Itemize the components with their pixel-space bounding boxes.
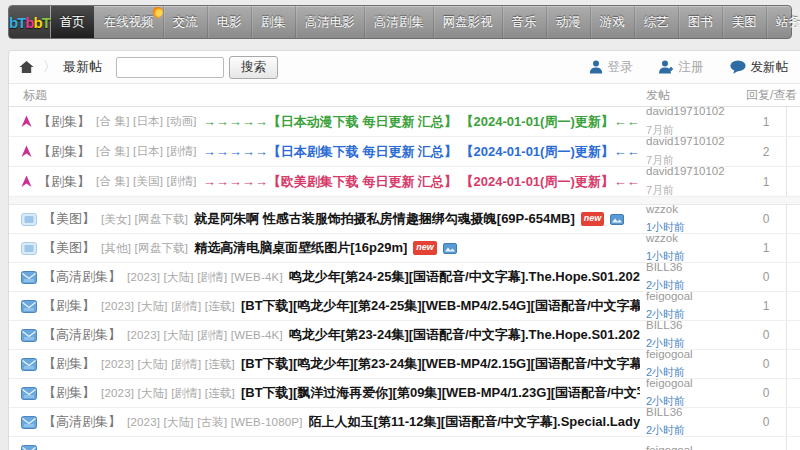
user-add-icon [659, 60, 674, 74]
nav-item[interactable]: 游戏 [591, 6, 635, 38]
topic-title-link[interactable]: 就是阿朱啊 性感古装服饰拍摄私房情趣捆绑勾魂摄魄[69P-654MB] [194, 210, 575, 228]
poster-link[interactable]: wzzok [646, 232, 746, 246]
topic-tags: [2023] [大陆] [古装] [WEB-1080P] [127, 415, 303, 430]
category-link[interactable]: 【美图】 [43, 239, 95, 257]
nav-item[interactable]: 交流 [164, 6, 208, 38]
category-link[interactable]: 【剧集】 [38, 143, 90, 161]
header-poster: 发帖 [646, 87, 746, 104]
poster-link[interactable]: BILL36 [646, 319, 746, 333]
sticky-pin-icon [21, 115, 32, 129]
topic-title-cell: 【高清剧集】 [2023] [大陆] [剧情] [WEB-4K] 鸣龙少年[第2… [9, 326, 646, 344]
search-button[interactable]: 搜索 [229, 56, 278, 79]
nav-item[interactable]: 电影 [208, 6, 252, 38]
poster-link[interactable]: feigogoal [646, 290, 746, 304]
topic-title-link[interactable]: →→→→→【日本动漫下载 每日更新 汇总】 【2024-01-01(周一)更新】… [203, 113, 640, 131]
new-post-envelope-icon [21, 329, 37, 342]
post-time[interactable]: 7月前 [646, 124, 674, 136]
views-column-stub [786, 437, 800, 450]
poster-cell: david19710102 7月前 [646, 105, 746, 138]
nav-item[interactable]: 网盘影视 [434, 6, 503, 38]
nav-item[interactable]: 剧集 [252, 6, 296, 38]
sticky-pin-icon [21, 175, 32, 189]
category-link[interactable]: 【剧集】 [38, 113, 90, 131]
new-post-label: 发新帖 [751, 59, 789, 76]
poster-link[interactable]: david19710102 [646, 105, 746, 119]
topic-title-link[interactable]: 鸣龙少年[第23-24集][国语配音/中文字幕].The.Hope.S01.20… [289, 326, 640, 344]
topic-title-cell: 【剧集】 [合 集] [日本] [剧情] →→→→→【日本剧集下载 每日更新 汇… [9, 143, 646, 161]
topic-tags: [合 集] [美国] [剧情] [96, 174, 197, 189]
category-link[interactable]: 【剧集】 [43, 297, 95, 315]
nav-item[interactable]: 图书 [679, 6, 723, 38]
topic-title-link[interactable]: 陌上人如玉[第11-12集][国语配音/中文字幕].Special.Lady.S… [309, 413, 640, 431]
category-link[interactable]: 【剧集】 [43, 355, 95, 373]
category-link[interactable]: 【高清剧集】 [43, 413, 121, 431]
user-actions: 登录 注册 发新帖 [589, 59, 789, 76]
sticky-pin-icon [21, 145, 32, 159]
poster-link[interactable]: feigogoal [646, 348, 746, 362]
category-link[interactable]: 【剧集】 [43, 384, 95, 402]
register-link[interactable]: 注册 [659, 59, 704, 76]
category-link[interactable]: 【高清剧集】 [43, 326, 121, 344]
poster-link[interactable]: BILL36 [646, 261, 746, 275]
topic-title-link[interactable]: [BT下载][鸣龙少年][第24-25集][WEB-MP4/2.54G][国语配… [241, 297, 640, 315]
post-time[interactable]: 2小时前 [646, 424, 685, 436]
topic-title-link[interactable]: 精选高清电脑桌面壁纸图片[16p29m] [194, 239, 407, 257]
topic-title-link[interactable]: [BT下载][飘洋过海再爱你][第09集][WEB-MP4/1.23G][国语配… [241, 384, 640, 402]
topic-tags: [合 集] [日本] [动画] [96, 114, 197, 129]
breadcrumb-toolbar: 〉 最新帖 搜索 登录 注册 [9, 51, 800, 84]
topic-title-cell: 【剧集】 [2023] [大陆] [剧情] [连载] [BT下载][飘洋过海再爱… [9, 384, 646, 402]
logo-letter: b [34, 14, 42, 31]
views-column-stub [786, 408, 800, 436]
topic-title-link[interactable]: [BT下载][鸣龙少年][第23-24集][WEB-MP4/2.15G][国语配… [241, 355, 640, 373]
header-replies-views: 回复/查看 [746, 87, 800, 104]
topic-row: 【剧集】 [合 集] [日本] [动画] →→→→→【日本动漫下载 每日更新 汇… [9, 107, 800, 137]
nav-item[interactable]: 高清剧集 [365, 6, 434, 38]
content-panel: 〉 最新帖 搜索 登录 注册 [8, 50, 800, 450]
poster-link[interactable]: wzzok [646, 203, 746, 217]
topic-title-link[interactable]: 鸣龙少年[第24-25集][国语配音/中文字幕].The.Hope.S01.20… [289, 268, 640, 286]
nav-item[interactable]: 在线视频 [95, 6, 164, 38]
topic-title-cell: 【剧集】 [合 集] [日本] [动画] →→→→→【日本动漫下载 每日更新 汇… [9, 113, 646, 131]
attachment-image-icon [610, 214, 624, 225]
category-link[interactable]: 【剧集】 [38, 173, 90, 191]
reply-count: 0 [746, 270, 786, 284]
nav-item[interactable]: 美图 [723, 6, 767, 38]
poster-link[interactable]: feigogoal [646, 377, 746, 391]
reply-count: 2 [746, 145, 786, 159]
nav-item[interactable]: 站务 [767, 6, 800, 38]
topic-title-link[interactable]: →→→→→【日本剧集下载 每日更新 汇总】 【2024-01-01(周一)更新】… [203, 143, 640, 161]
poster-link[interactable]: BILL36 [646, 406, 746, 420]
topic-tags: [美女] [网盘下载] [101, 212, 188, 227]
post-time[interactable]: 7月前 [646, 184, 674, 196]
poster-link[interactable]: david19710102 [646, 165, 746, 179]
category-link[interactable]: 【高清剧集】 [43, 268, 121, 286]
login-label: 登录 [608, 59, 633, 76]
site-logo[interactable]: bTbbT [9, 6, 50, 38]
topic-row: 【剧集】 [2023] [大陆] [剧情] [连载] [BT下载][鸣龙少年][… [9, 350, 800, 379]
topic-row: feigogoal [9, 437, 800, 450]
topic-row: 【美图】 [其他] [网盘下载] 精选高清电脑桌面壁纸图片[16p29m] ne… [9, 234, 800, 263]
new-post-button[interactable]: 发新帖 [730, 59, 789, 76]
login-link[interactable]: 登录 [589, 59, 633, 76]
topic-tags: [2023] [大陆] [剧情] [WEB-4K] [127, 270, 283, 285]
topic-title-cell: 【美图】 [美女] [网盘下载] 就是阿朱啊 性感古装服饰拍摄私房情趣捆绑勾魂摄… [9, 210, 646, 228]
topic-list: 【剧集】 [合 集] [日本] [动画] →→→→→【日本动漫下载 每日更新 汇… [9, 107, 800, 450]
nav-item[interactable]: 综艺 [635, 6, 679, 38]
nav-item[interactable]: 高清电影 [296, 6, 365, 38]
nav-item[interactable]: 音乐 [503, 6, 547, 38]
post-time[interactable]: 7月前 [646, 154, 674, 166]
views-column-stub [786, 205, 800, 233]
hot-flame-icon [151, 5, 165, 19]
page: bTbbT 首页在线视频交流电影剧集高清电影高清剧集网盘影视音乐动漫游戏综艺图书… [0, 0, 800, 450]
search-input[interactable] [116, 57, 224, 78]
logo-letter: b [9, 14, 17, 31]
topic-tags: [合 集] [日本] [剧情] [96, 144, 197, 159]
topic-title-link[interactable]: →→→→→【欧美剧集下载 每日更新 汇总】 【2024-01-01(周一)更新】… [203, 173, 640, 191]
category-link[interactable]: 【美图】 [43, 210, 95, 228]
home-icon[interactable] [19, 60, 34, 74]
nav-item[interactable]: 动漫 [547, 6, 591, 38]
views-column-stub [786, 167, 800, 196]
poster-link[interactable]: feigogoal [646, 444, 746, 450]
poster-link[interactable]: david19710102 [646, 135, 746, 149]
nav-item[interactable]: 首页 [51, 6, 94, 38]
